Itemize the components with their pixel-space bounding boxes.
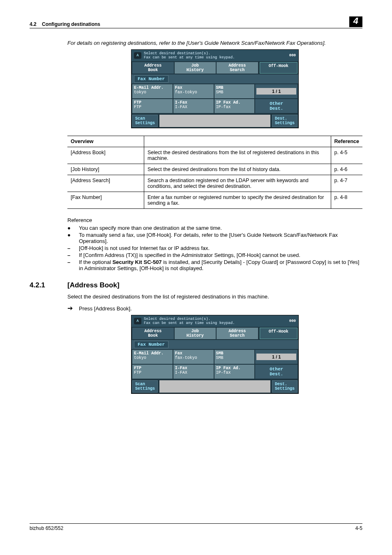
dest-ipfax[interactable]: IP Fax Ad.IP-fax (214, 365, 255, 379)
table-row: [Job History]Select the desired destinat… (67, 164, 362, 175)
step-line: ➔ Press [Address Book]. (67, 305, 362, 312)
overview-table: Overview Reference [Address Book]Select … (67, 136, 362, 209)
device-screenshot-1: A Select desired destination(s). Fax can… (131, 49, 299, 128)
section-heading: 4.2.1 [Address Book] (30, 281, 362, 289)
arrow-icon: ➔ (67, 305, 79, 312)
th-reference: Reference (331, 136, 362, 147)
dest-ftp[interactable]: FTPFTP (132, 99, 173, 113)
page-footer: bizhub 652/552 4-5 (30, 523, 362, 531)
other-dest-button[interactable]: OtherDest. (255, 99, 297, 113)
header-title: Configuring destinations (42, 21, 100, 27)
tab-job-history[interactable]: JobHistory (175, 328, 216, 339)
dest-fax[interactable]: Faxfax-tokyo (173, 350, 214, 364)
off-hook-button[interactable]: Off-Hook (260, 328, 297, 339)
reference-block: Reference ●You can specify more than one… (67, 217, 362, 271)
ss-counter: 000 (289, 53, 296, 58)
scan-settings-button[interactable]: Scan Settings (132, 115, 158, 127)
section-body: Select the desired destinations from the… (67, 294, 362, 300)
dest-settings-button[interactable]: Dest. Settings (272, 380, 297, 393)
tab-address-book[interactable]: AddressBook (132, 62, 174, 74)
off-hook-button[interactable]: Off-Hook (260, 62, 297, 74)
other-dest-button[interactable]: OtherDest. (255, 365, 297, 379)
dest-fax[interactable]: Faxfax-tokyo (173, 84, 214, 98)
page-header: 4.2 Configuring destinations 4 (30, 16, 362, 28)
info-bar (159, 380, 270, 393)
fax-number-tab[interactable]: Fax Number (134, 341, 168, 348)
dest-ifax[interactable]: I-FaxI-FAX (173, 365, 214, 379)
ss-msg1: Select desired destination(s). (144, 51, 289, 56)
dest-email[interactable]: E-Mail Addr.tokyo (132, 350, 173, 364)
tab-address-book[interactable]: AddressBook (132, 328, 174, 339)
dest-ftp[interactable]: FTPFTP (132, 365, 173, 379)
section-title: [Address Book] (67, 281, 120, 289)
dest-ipfax[interactable]: IP Fax Ad.IP-fax (214, 99, 255, 113)
footer-left: bizhub 652/552 (30, 525, 63, 531)
table-row: [Fax Number]Enter a fax number or regist… (67, 192, 362, 209)
device-screenshot-2: A Select desired destination(s). Fax can… (131, 315, 299, 394)
list-item: –If [Confirm Address (TX)] is specified … (67, 252, 362, 258)
dest-smb[interactable]: SMBSMB (214, 350, 255, 364)
dest-ifax[interactable]: I-FaxI-FAX (173, 99, 214, 113)
page-indicator: 1 / 1 (255, 84, 297, 98)
step-text: Press [Address Book]. (79, 305, 132, 312)
dest-smb[interactable]: SMBSMB (214, 84, 255, 98)
table-row: [Address Book]Select the desired destina… (67, 147, 362, 164)
list-item: ●You can specify more than one destinati… (67, 225, 362, 231)
list-item: ●To manually send a fax, use [Off-Hook].… (67, 232, 362, 244)
footer-right: 4-5 (355, 525, 362, 531)
dest-settings-button[interactable]: Dest. Settings (272, 115, 297, 127)
table-row: [Address Search]Search a destination reg… (67, 175, 362, 192)
header-section: 4.2 (30, 21, 37, 27)
intro-text: For details on registering destinations,… (67, 40, 362, 46)
reference-label: Reference (67, 217, 362, 223)
fax-number-tab[interactable]: Fax Number (134, 75, 168, 83)
page-indicator: 1 / 1 (255, 350, 297, 364)
info-bar (159, 115, 270, 127)
section-number: 4.2.1 (30, 281, 67, 289)
list-item: –[Off-Hook] is not used for Internet fax… (67, 245, 362, 251)
chapter-badge: 4 (349, 16, 362, 27)
dest-email[interactable]: E-Mail Addr.tokyo (132, 84, 173, 98)
panel-icon: A (134, 318, 141, 324)
th-overview: Overview (67, 136, 144, 147)
panel-icon: A (134, 52, 141, 59)
tab-address-search[interactable]: AddressSearch (217, 328, 258, 339)
scan-settings-button[interactable]: Scan Settings (132, 380, 158, 393)
tab-address-search[interactable]: AddressSearch (217, 62, 258, 74)
ss-msg2: Fax can be sent at any time using keypad… (144, 56, 289, 60)
tab-job-history[interactable]: JobHistory (175, 62, 216, 74)
list-item: –If the optional Security Kit SC-507 is … (67, 259, 362, 271)
